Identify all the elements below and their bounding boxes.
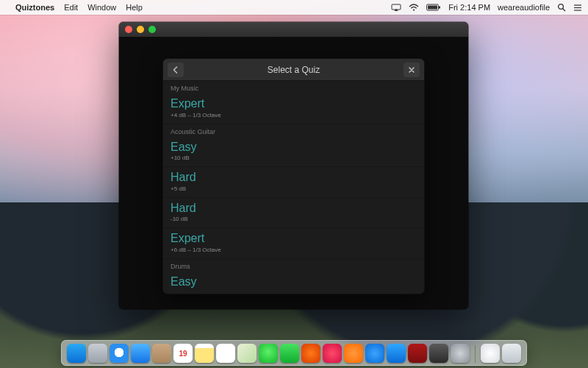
section-label: Acoustic Guitar (163, 124, 424, 137)
menubar-clock[interactable]: Fri 2:14 PM (448, 3, 490, 12)
quiz-level: Hard (171, 202, 417, 215)
dock-icon-mail[interactable] (131, 344, 150, 363)
dock-icon-settings[interactable] (451, 344, 470, 363)
quiz-level: Expert (171, 232, 417, 245)
dock-icon-dictionary[interactable] (408, 344, 427, 363)
svg-rect-3 (428, 6, 437, 10)
dock-icon-notes[interactable] (195, 344, 214, 363)
dock-icon-ibooks[interactable] (344, 344, 363, 363)
quiz-row[interactable]: Easy +10 dB (163, 137, 424, 168)
dock-container: 19 (0, 340, 588, 366)
dock-separator (475, 345, 476, 363)
quiz-level: Expert (171, 97, 417, 110)
svg-rect-4 (439, 6, 440, 8)
quiz-row[interactable]: Expert +4 dB – 1/3 Octave (163, 93, 424, 124)
dock-icon-maps[interactable] (237, 344, 257, 363)
quiz-row[interactable]: Expert +6 dB – 1/3 Octave (163, 228, 424, 259)
quiz-row[interactable]: Hard +5 dB (163, 167, 424, 198)
card-header: Select a Quiz (163, 59, 424, 81)
dock-icon-facetime[interactable] (280, 344, 299, 363)
window-titlebar[interactable] (119, 22, 468, 37)
svg-point-1 (413, 9, 415, 10)
window-close-button[interactable] (125, 26, 132, 33)
window-minimize-button[interactable] (137, 26, 144, 33)
quiz-level: Easy (171, 275, 417, 289)
quiz-subtitle: +10 dB (171, 155, 417, 161)
section-label: My Music (163, 81, 424, 93)
menubar-item-window[interactable]: Window (87, 3, 116, 12)
dock-icon-appstore[interactable] (365, 344, 384, 363)
menubar-app-name[interactable]: Quiztones (15, 3, 54, 12)
quiz-row[interactable]: Hard -10 dB (163, 198, 424, 229)
dock-icon-launchpad[interactable] (88, 344, 107, 363)
window-zoom-button[interactable] (148, 26, 156, 33)
svg-point-5 (559, 4, 564, 10)
quiz-level: Hard (171, 171, 417, 184)
dock-icon-calculator[interactable] (429, 344, 448, 363)
airplay-icon[interactable] (391, 4, 401, 12)
dock-icon-finder[interactable] (67, 344, 86, 363)
dock-icon-safari[interactable] (110, 344, 129, 363)
quiz-level: Easy (171, 141, 417, 154)
section-label: Drums (163, 259, 424, 272)
dock: 19 (61, 340, 527, 366)
dock-icon-reminders[interactable] (216, 344, 235, 363)
quiz-list: My Music Expert +4 dB – 1/3 Octave Acous… (163, 81, 424, 294)
quiz-row[interactable]: Easy (163, 272, 424, 294)
dock-icon-itunes[interactable] (323, 344, 342, 363)
svg-line-6 (563, 9, 565, 11)
calendar-day: 19 (179, 350, 187, 358)
dock-icon-contacts[interactable] (152, 344, 171, 363)
menubar-item-help[interactable]: Help (126, 3, 143, 12)
dock-icon-trash[interactable] (502, 344, 521, 363)
quiz-subtitle: +4 dB – 1/3 Octave (171, 112, 417, 118)
dock-icon-messages[interactable] (259, 344, 278, 363)
dock-icon-calendar[interactable]: 19 (173, 344, 193, 363)
quiz-subtitle: -10 dB (171, 216, 417, 222)
dock-icon-downloads[interactable] (481, 344, 500, 363)
wifi-icon[interactable] (409, 4, 419, 12)
back-button[interactable] (168, 63, 184, 77)
dock-icon-photobooth[interactable] (301, 344, 320, 363)
desktop-background: Quiztones Edit Window Help Fri 2:14 PM w… (0, 0, 588, 368)
svg-rect-0 (392, 4, 401, 10)
battery-icon[interactable] (426, 4, 441, 11)
menubar-item-edit[interactable]: Edit (64, 3, 78, 12)
quiz-subtitle: +6 dB – 1/3 Octave (171, 247, 417, 253)
card-title: Select a Quiz (184, 65, 404, 75)
quiz-card: Select a Quiz My Music Expert +4 dB – 1/… (163, 59, 424, 294)
app-window: Select a Quiz My Music Expert +4 dB – 1/… (119, 22, 468, 309)
menubar: Quiztones Edit Window Help Fri 2:14 PM w… (0, 0, 588, 15)
dock-icon-preview[interactable] (387, 344, 406, 363)
notification-center-icon[interactable] (573, 4, 582, 12)
spotlight-icon[interactable] (557, 3, 566, 12)
menubar-username[interactable]: weareaudiofile (498, 3, 550, 12)
close-card-button[interactable] (404, 63, 420, 77)
quiz-subtitle: +5 dB (171, 185, 417, 192)
